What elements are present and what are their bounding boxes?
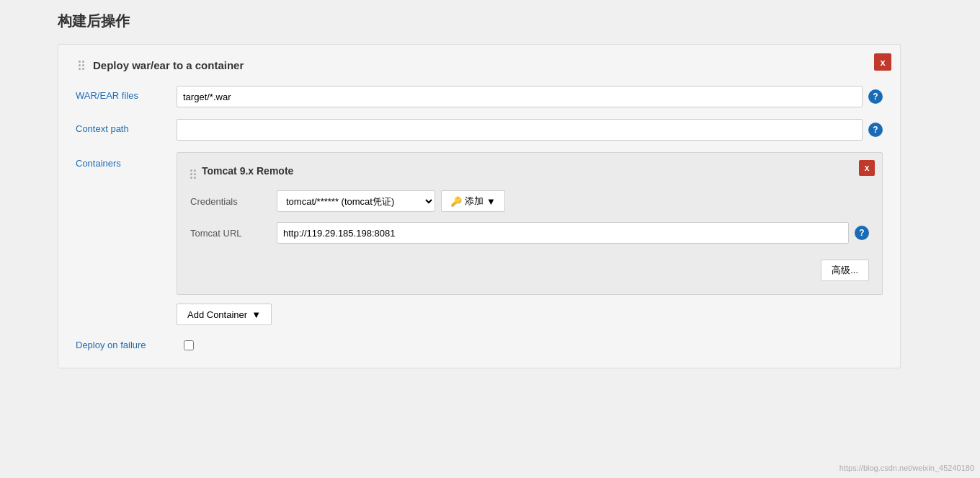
add-credential-button[interactable]: 🔑 添加 ▼ — [441, 190, 505, 212]
drag-handle-icon — [76, 60, 87, 71]
add-container-label: Add Container — [187, 309, 247, 320]
context-path-label: Context path — [76, 119, 177, 134]
tomcat-url-help-icon[interactable]: ? — [855, 226, 869, 240]
tomcat-url-label: Tomcat URL — [190, 228, 277, 239]
container-drag-handle-icon — [190, 163, 196, 179]
add-credential-arrow: ▼ — [486, 196, 496, 207]
war-ear-input[interactable] — [177, 86, 863, 107]
key-icon: 🔑 — [450, 196, 462, 207]
section-title: Deploy war/ear to a container — [93, 59, 244, 71]
war-ear-help-icon[interactable]: ? — [868, 89, 883, 104]
deploy-on-failure-label: Deploy on failure — [76, 340, 177, 350]
context-path-control-wrap: ? — [177, 119, 883, 141]
section-header: Deploy war/ear to a container — [76, 59, 883, 71]
container-close-button[interactable]: x — [859, 160, 875, 176]
containers-label: Containers — [76, 152, 177, 169]
container-card: Tomcat 9.x Remote x Credentials tomcat/*… — [177, 152, 883, 295]
context-path-row: Context path ? — [76, 119, 883, 141]
section-close-button[interactable]: x — [874, 53, 891, 71]
war-ear-control-wrap: ? — [177, 86, 883, 107]
credentials-select[interactable]: tomcat/****** (tomcat凭证) — [277, 190, 435, 212]
tomcat-url-control-wrap: ? — [277, 222, 869, 244]
war-ear-label: WAR/EAR files — [76, 86, 177, 101]
container-card-header: Tomcat 9.x Remote — [190, 163, 869, 179]
war-ear-row: WAR/EAR files ? — [76, 86, 883, 107]
advanced-row: 高级... — [190, 254, 869, 281]
credentials-control-wrap: tomcat/****** (tomcat凭证) 🔑 添加 ▼ — [277, 190, 869, 212]
advanced-button[interactable]: 高级... — [821, 260, 869, 281]
containers-row: Containers Tomcat 9.x Remote — [76, 152, 883, 325]
deploy-on-failure-checkbox[interactable] — [184, 340, 194, 350]
add-container-button[interactable]: Add Container ▼ — [177, 304, 272, 325]
credentials-label: Credentials — [190, 196, 277, 207]
add-credential-label: 添加 — [465, 195, 484, 208]
tomcat-url-input[interactable] — [277, 222, 849, 244]
context-path-help-icon[interactable]: ? — [868, 123, 883, 137]
watermark: https://blog.csdn.net/weixin_45240180 — [839, 464, 974, 472]
context-path-input[interactable] — [177, 119, 863, 141]
container-card-title: Tomcat 9.x Remote — [202, 165, 293, 177]
tomcat-url-row: Tomcat URL ? — [190, 222, 869, 244]
add-container-arrow-icon: ▼ — [251, 309, 261, 320]
credentials-row: Credentials tomcat/****** (tomcat凭证) 🔑 添… — [190, 190, 869, 212]
deploy-on-failure-row: Deploy on failure — [76, 340, 883, 350]
containers-content: Tomcat 9.x Remote x Credentials tomcat/*… — [177, 152, 883, 325]
section-card: Deploy war/ear to a container x WAR/EAR … — [58, 44, 901, 368]
page-title: 构建后操作 — [58, 12, 937, 31]
